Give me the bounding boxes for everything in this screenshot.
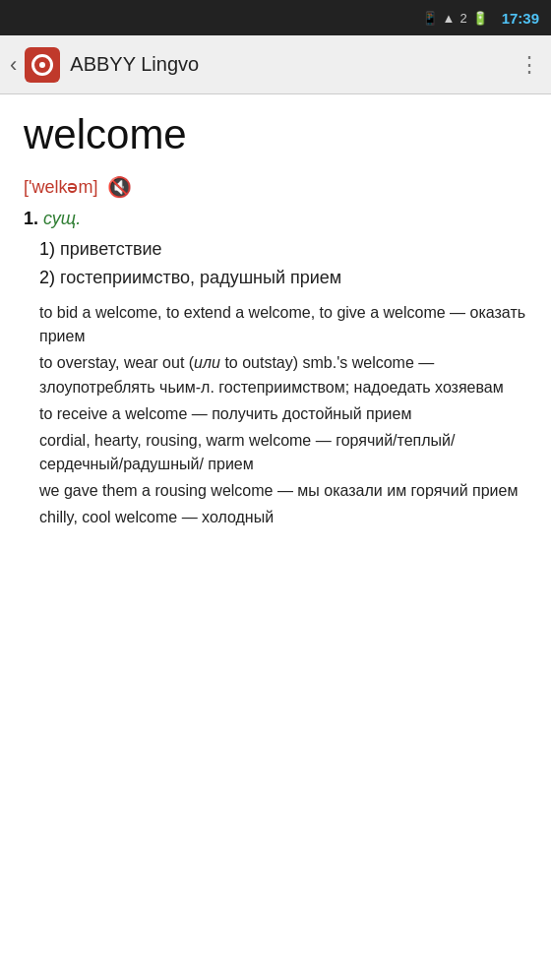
- definition-2: 2) гостеприимство, радушный прием: [39, 266, 527, 290]
- example-1: to bid a welcome, to extend a welcome, t…: [39, 301, 527, 350]
- content-area: welcome ['welkəm] 🔇 1. сущ. 1) приветств…: [0, 94, 551, 556]
- logo-ring: [31, 54, 53, 76]
- app-logo: [25, 47, 60, 83]
- menu-button[interactable]: ⋮: [519, 52, 541, 78]
- example-5: we gave them a rousing welcome — мы оказ…: [39, 479, 527, 504]
- examples-block: to bid a welcome, to extend a welcome, t…: [39, 301, 527, 530]
- app-title: ABBYY Lingvo: [70, 53, 519, 76]
- status-time: 17:39: [502, 10, 539, 27]
- definition-1: 1) приветствие: [39, 237, 527, 262]
- example-4: cordial, hearty, rousing, warm welcome —…: [39, 429, 527, 478]
- def-text-2: гостеприимство, радушный прием: [60, 268, 341, 287]
- logo-dot: [39, 62, 45, 68]
- def-num-1: 1): [39, 239, 60, 259]
- example-3: to receive a welcome — получить достойны…: [39, 402, 527, 427]
- def-text-1: приветствие: [60, 239, 162, 259]
- italic-ili: или: [194, 354, 220, 371]
- sim-icon: 📱: [422, 11, 438, 26]
- battery-icon: 🔋: [472, 11, 488, 26]
- wifi-icon: ▲: [443, 11, 456, 26]
- status-icons: 📱 ▲ 2 🔋: [422, 11, 488, 26]
- app-bar: ‹ ABBYY Lingvo ⋮: [0, 35, 551, 94]
- pos-number: 1.: [24, 209, 38, 228]
- back-button[interactable]: ‹: [10, 52, 17, 78]
- word-title: welcome: [24, 112, 527, 157]
- def-num-2: 2): [39, 268, 60, 287]
- pronunciation-text: ['welkəm]: [24, 176, 97, 198]
- example-2: to overstay, wear out (или to outstay) s…: [39, 351, 527, 400]
- part-of-speech-line: 1. сущ.: [24, 209, 527, 229]
- pos-label: сущ.: [43, 209, 81, 228]
- pronunciation-row: ['welkəm] 🔇: [24, 175, 527, 199]
- sim2-icon: 2: [459, 11, 466, 26]
- example-6: chilly, cool welcome — холодный: [39, 506, 527, 530]
- speaker-icon[interactable]: 🔇: [107, 175, 132, 199]
- status-bar: 📱 ▲ 2 🔋 17:39: [0, 0, 551, 35]
